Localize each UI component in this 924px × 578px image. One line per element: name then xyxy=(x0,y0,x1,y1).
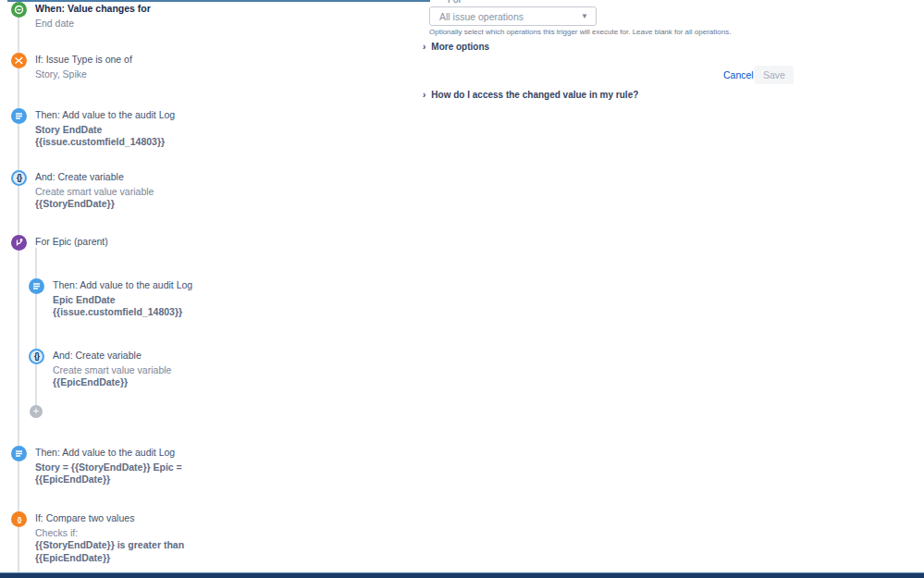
braces-icon xyxy=(29,349,44,364)
rule-step-compare-condition[interactable]: If: Compare two values Checks if: {{Stor… xyxy=(11,511,229,564)
list-lines-icon xyxy=(11,446,27,461)
automation-rule-builder: When: Value changes for End date If: Iss… xyxy=(0,0,924,578)
for-field-label: For xyxy=(448,0,462,5)
step-detail: End date xyxy=(35,18,229,31)
shuffle-icon xyxy=(11,53,27,68)
step-detail: Checks if: xyxy=(35,527,229,540)
list-lines-icon xyxy=(29,278,44,294)
more-options-toggle[interactable]: More options xyxy=(423,42,489,52)
step-title: Then: Add value to the audit Log xyxy=(35,447,229,460)
step-title: And: Create variable xyxy=(35,171,229,184)
step-smart-value: {{EpicEndDate}} xyxy=(35,473,229,486)
step-detail: Create smart value variable xyxy=(35,186,229,199)
issue-operations-dropdown[interactable]: All issue operations xyxy=(429,6,597,26)
rule-step-branch-create-variable[interactable]: And: Create variable Create smart value … xyxy=(29,349,199,389)
step-title: For Epic (parent) xyxy=(35,236,229,249)
step-detail: Story, Spike xyxy=(35,68,229,81)
list-lines-icon xyxy=(11,108,27,124)
step-smart-value: {{issue.customfield_14803}} xyxy=(35,136,229,149)
save-button[interactable]: Save xyxy=(755,66,794,84)
more-options-label: More options xyxy=(431,42,489,52)
rule-step-branch-log-action[interactable]: Then: Add value to the audit Log Epic En… xyxy=(29,278,199,319)
dropdown-placeholder: All issue operations xyxy=(439,7,524,26)
step-detail: Story EndDate xyxy=(35,124,229,137)
step-title: If: Compare two values xyxy=(35,512,229,525)
rule-step-log-action[interactable]: Then: Add value to the audit Log Story E… xyxy=(11,108,229,149)
rule-chain-connector xyxy=(18,11,19,572)
chevron-right-icon xyxy=(423,42,425,52)
chevron-down-icon xyxy=(581,7,588,26)
step-title: Then: Add value to the audit Log xyxy=(35,109,229,122)
step-smart-value: {{StoryEndDate}} xyxy=(35,198,229,211)
braces-icon xyxy=(11,511,27,527)
help-link-label: How do I access the changed value in my … xyxy=(431,90,638,100)
step-smart-value: {{EpicEndDate}} xyxy=(53,376,199,389)
chevron-right-icon xyxy=(423,90,425,100)
rule-step-trigger[interactable]: When: Value changes for End date xyxy=(11,2,229,30)
git-branch-icon xyxy=(11,235,27,251)
rule-step-branch[interactable]: For Epic (parent) xyxy=(11,235,229,251)
step-smart-value: {{issue.customfield_14803}} xyxy=(53,306,199,319)
step-title: And: Create variable xyxy=(53,350,199,363)
rule-step-create-variable[interactable]: And: Create variable Create smart value … xyxy=(11,170,229,211)
step-smart-value: {{EpicEndDate}} xyxy=(35,552,229,565)
dropdown-help-text: Optionally select which operations this … xyxy=(429,28,753,36)
step-title: When: Value changes for xyxy=(35,3,229,16)
step-smart-value: {{StoryEndDate}} is greater than xyxy=(35,539,229,552)
bottom-divider-bar xyxy=(0,572,924,578)
add-component-button[interactable] xyxy=(30,405,43,418)
step-detail: Epic EndDate xyxy=(53,294,199,307)
bolt-circle-icon xyxy=(11,2,27,18)
changed-value-help-toggle[interactable]: How do I access the changed value in my … xyxy=(423,90,638,100)
step-smart-value: Story = {{StoryEndDate}} Epic = xyxy=(35,461,229,474)
step-title: If: Issue Type is one of xyxy=(35,54,229,67)
step-title: Then: Add value to the audit Log xyxy=(53,279,199,292)
braces-icon xyxy=(11,170,27,186)
cancel-button[interactable]: Cancel xyxy=(723,69,754,80)
rule-step-log-action[interactable]: Then: Add value to the audit Log Story =… xyxy=(11,446,229,486)
step-detail: Create smart value variable xyxy=(53,364,199,377)
rule-step-condition[interactable]: If: Issue Type is one of Story, Spike xyxy=(11,53,229,80)
